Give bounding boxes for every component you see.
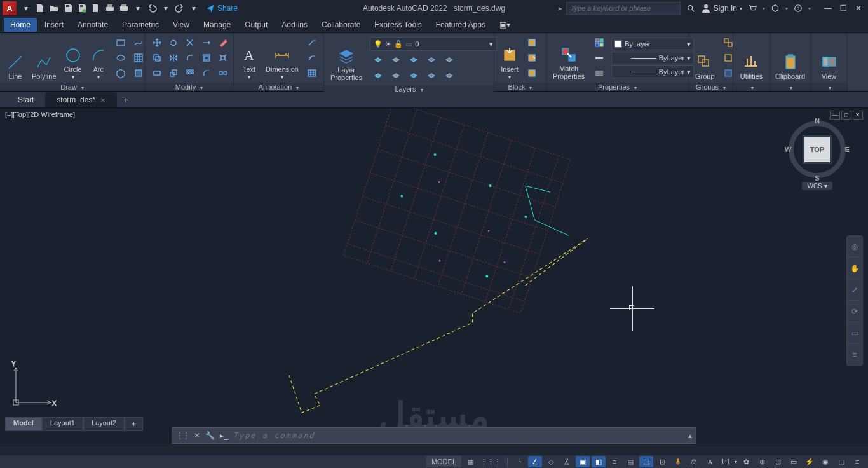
ortho-toggle[interactable]: └ [512, 456, 526, 467]
panel-properties-title[interactable]: Properties [546, 83, 688, 91]
annomon-icon[interactable]: ⊕ [755, 456, 769, 467]
tab-new[interactable]: ＋ [117, 92, 135, 107]
customize-icon[interactable]: ≡ [850, 456, 864, 467]
fillet-icon[interactable] [182, 51, 198, 65]
nav-show-icon[interactable]: ▭ [847, 322, 862, 344]
help-icon[interactable]: ? [792, 2, 804, 15]
scale-icon[interactable] [165, 66, 182, 80]
redo-drop[interactable]: ▾ [187, 1, 201, 15]
laythw-icon[interactable] [405, 69, 422, 83]
command-line[interactable]: ⋮⋮ ✕ 🔧 ▸_ ▴ [172, 427, 696, 444]
panel-draw-title[interactable]: Draw [0, 83, 144, 91]
viewport[interactable]: [–][Top][2D Wireframe] — □ ✕ [0, 108, 868, 444]
command-input[interactable] [233, 431, 683, 440]
laymch-icon[interactable] [441, 53, 458, 67]
join-icon[interactable] [215, 66, 231, 80]
viewcube-top[interactable]: TOP [804, 137, 830, 162]
panel-view-title[interactable] [811, 83, 847, 91]
polyline-button[interactable]: Polyline [29, 36, 59, 80]
open-icon[interactable] [47, 1, 61, 15]
close-tab-icon[interactable]: × [100, 95, 105, 105]
rectangle-icon[interactable] [112, 36, 129, 50]
nav-pan-icon[interactable]: ✋ [847, 258, 862, 279]
tab-featured[interactable]: Featured Apps [430, 18, 492, 32]
annovis-icon[interactable]: Ａ [703, 456, 717, 467]
tab-start[interactable]: Start [6, 92, 45, 107]
lineweight-selector[interactable]: ByLayer▾ [611, 52, 694, 64]
layfrz-icon[interactable] [405, 53, 422, 67]
layoff-icon[interactable] [370, 53, 386, 67]
clean-icon[interactable]: ▢ [834, 456, 848, 467]
color-selector[interactable]: ByLayer▾ [611, 38, 694, 50]
cmd-history-icon[interactable]: ▴ [688, 431, 692, 440]
dyn-toggle[interactable]: ⊡ [655, 456, 669, 467]
osnap-toggle[interactable]: ▣ [576, 456, 590, 467]
polar-toggle[interactable]: ∠ [528, 456, 542, 467]
plot-icon[interactable] [103, 1, 117, 15]
panel-utilities-title[interactable] [733, 83, 770, 91]
prop-icon2[interactable] [591, 51, 607, 65]
cmd-wrench-icon[interactable]: 🔧 [205, 431, 215, 440]
3dosnap-toggle[interactable]: ◧ [592, 456, 606, 467]
table-icon[interactable] [304, 66, 320, 80]
clipboard-button[interactable]: Clipboard [773, 36, 808, 80]
transp-toggle[interactable]: ▤ [623, 456, 637, 467]
panel-groups-title[interactable]: Groups [689, 83, 733, 91]
utilities-button[interactable]: Utilities [738, 36, 765, 80]
erase-icon[interactable] [215, 36, 231, 50]
viewcube-w[interactable]: W [785, 146, 791, 153]
dimension-button[interactable]: Dimension▾ [263, 36, 301, 80]
grid-toggle[interactable]: ▦ [463, 456, 477, 467]
layout-1[interactable]: Layout1 [42, 417, 83, 431]
polygon-icon[interactable] [112, 66, 129, 80]
viewcube-n[interactable]: N [815, 117, 820, 125]
lwt-toggle[interactable]: ≡ [607, 456, 621, 467]
share-button[interactable]: Share [206, 4, 238, 13]
restore-button[interactable]: ❐ [836, 3, 850, 14]
sign-in-button[interactable]: Sign In▾ [701, 3, 742, 13]
array-icon[interactable] [182, 66, 198, 80]
arc-button[interactable]: Arc▾ [87, 36, 110, 80]
iso-toggle[interactable]: ◇ [544, 456, 558, 467]
move-icon[interactable] [149, 36, 165, 50]
panel-annotation-title[interactable]: Annotation [234, 83, 323, 91]
hw-accel-icon[interactable]: ⚡ [803, 456, 817, 467]
stretch-icon[interactable] [149, 66, 165, 80]
chamfer-icon[interactable] [198, 66, 215, 80]
line-button[interactable]: Line [4, 36, 27, 80]
panel-clipboard-title[interactable] [770, 83, 810, 91]
edit-block-icon[interactable] [524, 51, 540, 65]
tab-parametric[interactable]: Parametric [116, 18, 165, 32]
search-input[interactable] [571, 4, 676, 12]
new-icon[interactable] [33, 1, 47, 15]
snap-toggle[interactable]: ⋮⋮⋮ [479, 456, 503, 467]
saveas-icon[interactable] [75, 1, 89, 15]
leader-icon[interactable] [304, 36, 320, 50]
mirror-icon[interactable] [165, 51, 182, 65]
otrack-toggle[interactable]: ∡ [560, 456, 574, 467]
cmd-handle[interactable]: ⋮⋮ [176, 431, 189, 440]
circle-button[interactable]: Circle▾ [62, 36, 85, 80]
prop-icon3[interactable] [591, 66, 607, 80]
undo-icon[interactable] [145, 1, 159, 15]
laycur-icon[interactable] [441, 69, 458, 83]
spline-icon[interactable] [130, 36, 147, 50]
layulk-icon[interactable] [423, 69, 440, 83]
create-block-icon[interactable] [524, 36, 540, 50]
viewcube-e[interactable]: E [845, 146, 850, 153]
explode-icon[interactable] [215, 51, 231, 65]
tab-addins[interactable]: Add-ins [275, 18, 314, 32]
copy-icon[interactable] [149, 51, 165, 65]
layuniso-icon[interactable] [388, 69, 404, 83]
hatch-icon[interactable] [130, 51, 147, 65]
qv-icon[interactable]: ▭ [787, 456, 801, 467]
tab-manage[interactable]: Manage [197, 18, 237, 32]
extend-icon[interactable] [198, 36, 215, 50]
redo-icon[interactable] [173, 1, 187, 15]
text-button[interactable]: AText▾ [238, 36, 261, 80]
app-icon[interactable] [769, 2, 782, 15]
print-icon[interactable] [117, 1, 131, 15]
view-button[interactable]: View [818, 36, 841, 80]
layout-2[interactable]: Layout2 [83, 417, 125, 431]
linetype-selector[interactable]: ByLayer▾ [611, 65, 694, 78]
